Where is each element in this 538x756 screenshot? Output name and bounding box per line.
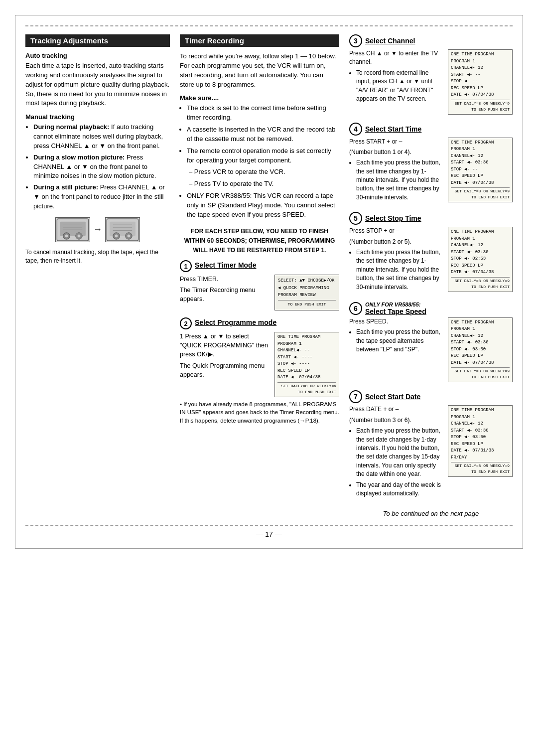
svg-point-14 — [128, 234, 131, 237]
step5-header: 5 Select Stop Time — [349, 212, 513, 225]
list-item-label: During a still picture: — [33, 183, 98, 191]
timer-section-header: Timer Recording — [180, 34, 339, 47]
step1-content: Press TIMER. The Timer Recording menu ap… — [180, 275, 339, 310]
step3-circle: 3 — [349, 34, 362, 47]
list-item: The remote control operation mode is set… — [187, 147, 339, 165]
step2-lcd: ONE TIME PROGRAM PROGRAM 1 CHANNEL◀- -- … — [274, 332, 339, 397]
step4-body: Press START + or – (Number button 1 or 4… — [349, 138, 513, 204]
step4-block: 4 Select Start Time Press START + or – (… — [349, 123, 513, 204]
top-divider — [25, 25, 513, 26]
manual-tracking-list: During normal playback: If auto tracking… — [33, 123, 170, 211]
step2-text: 1 Press ▲ or ▼ to select "QUICK PROGRAMM… — [180, 332, 270, 381]
list-item-text: The clock is set to the correct time bef… — [187, 104, 326, 121]
list-item: A cassette is inserted in the VCR and th… — [187, 125, 339, 144]
step7-circle: 7 — [349, 390, 362, 403]
list-item-text: The remote control operation mode is set… — [187, 147, 331, 164]
step7-lcd-group: Press DATE + or – (Number button 3 or 6)… — [349, 405, 513, 500]
step2-block: 2 Select Programme mode 1 Press ▲ or ▼ t… — [180, 317, 339, 425]
list-item: ONLY FOR VR388/55: This VCR can record a… — [187, 191, 339, 220]
page-number: — 17 — — [25, 530, 513, 538]
list-item: Each time you press the button, the set … — [356, 158, 444, 202]
step1-sub: The Timer Recording menu appears. — [180, 286, 270, 303]
step4-header: 4 Select Start Time — [349, 123, 513, 136]
step3-title: Select Channel — [365, 37, 415, 45]
step4-body1: Press START + or – — [349, 138, 444, 146]
step5-lcd-group: Press STOP + or – (Number button 2 or 5)… — [349, 227, 513, 294]
step1-circle: 1 — [180, 260, 192, 272]
step3-text: Press CH ▲ or ▼ to enter the TV channel.… — [349, 49, 444, 105]
list-item: Each time you press the button, the set … — [356, 427, 444, 478]
timer-intro: To record while you're away, follow step… — [180, 52, 339, 89]
step5-body2: (Number button 2 or 5). — [349, 238, 444, 246]
step2-note: • If you have already made 8 programmes,… — [180, 400, 339, 425]
list-item-label: During normal playback: — [33, 123, 109, 131]
list-item: During a slow motion picture: Press CHAN… — [33, 153, 170, 181]
step6-body1: Press SPEED. — [349, 317, 444, 326]
make-sure-title: Make sure.... — [180, 94, 339, 102]
step7-body: Press DATE + or – (Number button 3 or 6)… — [349, 405, 513, 500]
step7-list: Each time you press the button, the set … — [356, 427, 444, 498]
main-columns: Tracking Adjustments Auto tracking Each … — [25, 34, 513, 517]
step3-lcd: ONE TIME PROGRAM PROGRAM 1 CHANNEL◀- 12 … — [448, 49, 513, 115]
list-item-text: A cassette is inserted in the VCR and th… — [187, 126, 335, 143]
list-item: Each time you press the button, the tape… — [356, 328, 444, 354]
step6-lcd-group: Press SPEED. Each time you press the but… — [349, 317, 513, 383]
step6-only-for: ONLY FOR VR588/55: — [365, 302, 426, 307]
step1-header: 1 Select Timer Mode — [180, 260, 339, 272]
step2-content: 1 Press ▲ or ▼ to select "QUICK PROGRAMM… — [180, 332, 339, 425]
step6-title: Select Tape Speed — [365, 307, 426, 315]
step7-lcd: ONE TIME PROGRAM PROGRAM 1 CHANNEL◀- 12 … — [448, 405, 513, 477]
step6-circle: 6 — [349, 302, 362, 315]
step5-block: 5 Select Stop Time Press STOP + or – (Nu… — [349, 212, 513, 294]
step7-body2: (Number button 3 or 6). — [349, 416, 444, 425]
step2-lcd-group: 1 Press ▲ or ▼ to select "QUICK PROGRAMM… — [180, 332, 339, 397]
step6-body: Press SPEED. Each time you press the but… — [349, 317, 513, 383]
step7-header: 7 Select Start Date — [349, 390, 513, 403]
step5-list: Each time you press the button, the set … — [356, 248, 444, 292]
bottom-divider — [25, 525, 513, 526]
step5-body: Press STOP + or – (Number button 2 or 5)… — [349, 227, 513, 294]
cancel-tracking-text: To cancel manual tracking, stop the tape… — [25, 248, 170, 265]
step2-header: 2 Select Programme mode — [180, 317, 339, 329]
step7-title: Select Start Date — [365, 393, 420, 401]
auto-tracking-body: Each time a tape is inserted, auto track… — [25, 61, 170, 108]
step2-title: Select Programme mode — [195, 317, 276, 326]
middle-column: Timer Recording To record while you're a… — [180, 34, 339, 517]
step6-text: Press SPEED. Each time you press the but… — [349, 317, 444, 356]
tracking-section-header: Tracking Adjustments — [25, 34, 170, 47]
step7-block: 7 Select Start Date Press DATE + or – (N… — [349, 390, 513, 500]
step3-body: Press CH ▲ or ▼ to enter the TV channel.… — [349, 49, 513, 115]
step4-title: Select Start Time — [365, 125, 421, 133]
list-item-text: Press TV to operate the TV. — [194, 180, 273, 187]
step3-list: To record from external line input, pres… — [356, 69, 444, 104]
make-sure-list: The clock is set to the correct time bef… — [187, 104, 339, 219]
step2-body: 1 Press ▲ or ▼ to select "QUICK PROGRAMM… — [180, 332, 270, 359]
step1-block: 1 Select Timer Mode Press TIMER. The Tim… — [180, 260, 339, 310]
tape-image-1 — [55, 217, 90, 242]
list-item: The clock is set to the correct time bef… — [187, 104, 339, 123]
step4-lcd: ONE TIME PROGRAM PROGRAM 1 CHANNEL◀- 12 … — [448, 138, 513, 203]
svg-point-13 — [115, 234, 118, 237]
list-item-text: ONLY FOR VR388/55: This VCR can record a… — [187, 192, 335, 218]
step7-text: Press DATE + or – (Number button 3 or 6)… — [349, 405, 444, 500]
tracking-images: → — [25, 217, 170, 242]
page-container: Tracking Adjustments Auto tracking Each … — [15, 15, 523, 549]
step5-circle: 5 — [349, 212, 362, 225]
bottom-note: To be continued on the next page — [349, 510, 513, 517]
tape-image-2 — [105, 217, 140, 242]
step4-lcd-group: Press START + or – (Number button 1 or 4… — [349, 138, 513, 204]
step1-lcd-group: Press TIMER. The Timer Recording menu ap… — [180, 275, 339, 310]
auto-tracking-title: Auto tracking — [25, 52, 170, 59]
list-item-text: Press VCR to operate the VCR. — [194, 168, 285, 175]
list-item: – Press TV to operate the TV. — [189, 179, 339, 189]
right-column: 3 Select Channel Press CH ▲ or ▼ to ente… — [349, 34, 513, 517]
list-item: The year and day of the week is displaye… — [356, 481, 444, 498]
step5-title: Select Stop Time — [365, 214, 421, 222]
step6-list: Each time you press the button, the tape… — [356, 328, 444, 354]
list-item: During a still picture: Press CHANNEL ▲ … — [33, 183, 170, 211]
step1-title: Select Timer Mode — [195, 260, 256, 269]
step6-title-group: ONLY FOR VR588/55: Select Tape Speed — [365, 302, 426, 315]
step5-body1: Press STOP + or – — [349, 227, 444, 235]
list-item: To record from external line input, pres… — [356, 69, 444, 104]
left-column: Tracking Adjustments Auto tracking Each … — [25, 34, 170, 517]
